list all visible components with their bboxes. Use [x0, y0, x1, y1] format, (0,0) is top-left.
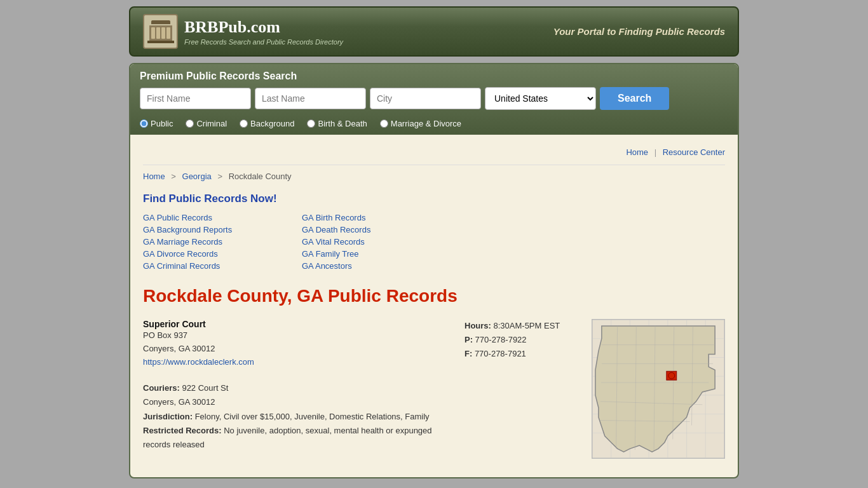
records-link[interactable]: GA Divorce Records	[143, 249, 289, 259]
svg-point-25	[668, 372, 675, 379]
search-button[interactable]: Search	[600, 87, 669, 110]
main-content: Premium Public Records Search United Sta…	[129, 63, 739, 478]
records-links: GA Public RecordsGA Birth RecordsGA Back…	[143, 213, 725, 271]
georgia-map	[592, 319, 725, 459]
county-info-layout: Superior Court PO Box 937 Conyers, GA 30…	[143, 319, 725, 464]
building-base-icon	[147, 41, 174, 43]
breadcrumb-sep2: >	[217, 172, 224, 181]
logo-area: BRBPub.com Free Records Search and Publi…	[143, 14, 343, 49]
breadcrumb: Home > Georgia > Rockdale County	[143, 172, 725, 181]
site-header: BRBPub.com Free Records Search and Publi…	[129, 6, 739, 57]
breadcrumb-county: Rockdale County	[229, 172, 292, 181]
records-link[interactable]: GA Vital Records	[302, 237, 448, 247]
couriers-row: Couriers: 922 Court St Conyers, GA 30012	[143, 381, 452, 409]
site-subtitle: Free Records Search and Public Records D…	[184, 38, 343, 46]
court-address: PO Box 937 Conyers, GA 30012 https://www…	[143, 329, 452, 369]
breadcrumb-state[interactable]: Georgia	[182, 172, 212, 181]
top-nav: Home | Resource Center	[143, 142, 725, 165]
phone-row: P: 770-278-7922	[465, 333, 579, 347]
records-link[interactable]: GA Birth Records	[302, 213, 448, 222]
records-link[interactable]: GA Family Tree	[302, 249, 448, 259]
records-link[interactable]: GA Background Reports	[143, 225, 289, 234]
search-section-title: Premium Public Records Search	[140, 71, 728, 82]
fax-row: F: 770-278-7921	[465, 347, 579, 361]
header-tagline: Your Portal to Finding Public Records	[553, 26, 725, 37]
records-link[interactable]: GA Public Records	[143, 213, 289, 222]
hours-row: Hours: 8:30AM-5PM EST	[465, 319, 579, 333]
first-name-input[interactable]	[140, 88, 251, 109]
records-link[interactable]: GA Marriage Records	[143, 237, 289, 247]
search-options-row: Public Criminal Background Birth & Death…	[140, 115, 728, 135]
building-body-icon	[149, 25, 172, 41]
logo-text: BRBPub.com Free Records Search and Publi…	[184, 18, 343, 46]
option-marriage-divorce[interactable]: Marriage & Divorce	[380, 119, 461, 128]
last-name-input[interactable]	[255, 88, 366, 109]
nav-separator: |	[654, 147, 656, 157]
radio-background[interactable]	[240, 119, 248, 128]
find-records-title: Find Public Records Now!	[143, 193, 725, 205]
records-link[interactable]: GA Ancestors	[302, 261, 448, 271]
logo-icon	[143, 14, 178, 49]
search-inputs-row: United States Canada United Kingdom Sear…	[140, 87, 728, 110]
nav-resource-center-link[interactable]: Resource Center	[663, 147, 725, 157]
site-title: BRBPub.com	[184, 18, 343, 37]
restricted-row: Restricted Records: No juvenile, adoptio…	[143, 424, 452, 452]
city-input[interactable]	[370, 88, 481, 109]
building-top-icon	[151, 20, 170, 24]
records-link[interactable]: GA Death Records	[302, 225, 448, 234]
radio-public[interactable]	[140, 119, 148, 128]
radio-birth-death[interactable]	[307, 119, 315, 128]
option-public[interactable]: Public	[140, 119, 173, 128]
radio-criminal[interactable]	[186, 119, 194, 128]
records-link[interactable]: GA Criminal Records	[143, 261, 289, 271]
map-container	[592, 319, 725, 461]
court-hours-block: Hours: 8:30AM-5PM EST P: 770-278-7922 F:…	[465, 319, 579, 361]
county-title: Rockdale County, GA Public Records	[143, 286, 725, 306]
court-details-block: Couriers: 922 Court St Conyers, GA 30012…	[143, 381, 452, 451]
jurisdiction-row: Jurisdiction: Felony, Civil over $15,000…	[143, 410, 452, 424]
option-birth-death[interactable]: Birth & Death	[307, 119, 367, 128]
content-area: Home | Resource Center Home > Georgia > …	[130, 135, 738, 477]
county-info: Superior Court PO Box 937 Conyers, GA 30…	[143, 319, 452, 464]
option-criminal[interactable]: Criminal	[186, 119, 227, 128]
search-section: Premium Public Records Search United Sta…	[130, 64, 738, 135]
radio-marriage-divorce[interactable]	[380, 119, 388, 128]
nav-home-link[interactable]: Home	[626, 147, 648, 157]
superior-court-block: Superior Court PO Box 937 Conyers, GA 30…	[143, 319, 452, 369]
court-name: Superior Court	[143, 319, 452, 329]
breadcrumb-sep1: >	[171, 172, 178, 181]
option-background[interactable]: Background	[240, 119, 294, 128]
breadcrumb-home[interactable]: Home	[143, 172, 165, 181]
country-select[interactable]: United States Canada United Kingdom	[485, 87, 596, 110]
court-website-link[interactable]: https://www.rockdaleclerk.com	[143, 357, 254, 367]
